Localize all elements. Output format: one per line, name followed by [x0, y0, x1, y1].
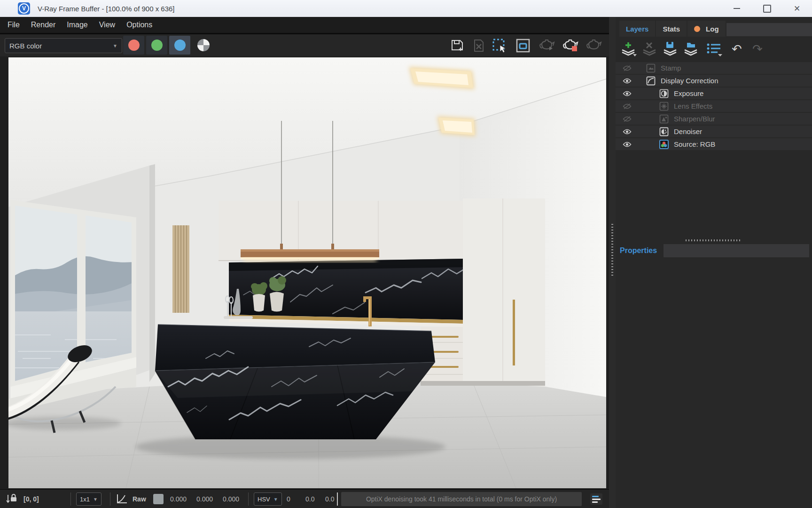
tab-strip-filler — [726, 23, 812, 36]
hsv-value-s: 0.0 — [305, 490, 314, 508]
render-viewport[interactable] — [0, 56, 609, 489]
layer-row-lens-effects[interactable]: Lens Effects — [616, 100, 812, 112]
load-layers-icon — [682, 40, 700, 57]
region-render-button[interactable] — [491, 37, 508, 54]
display-correction-layer-icon — [646, 76, 656, 86]
splitter-grip — [611, 224, 613, 276]
layer-options-icon — [705, 40, 724, 57]
save-icon — [450, 39, 464, 53]
splitter-grip — [686, 239, 742, 241]
channel-dropdown[interactable]: RGB color ▼ — [5, 38, 122, 53]
clear-image-button[interactable] — [470, 37, 488, 54]
layer-row-exposure[interactable]: Exposure — [616, 87, 812, 99]
lock-pixel-icon[interactable] — [6, 490, 17, 508]
track-mouse-icon — [515, 38, 531, 53]
hsv-value-v: 0.0 — [325, 490, 334, 508]
channel-dropdown-value: RGB color — [9, 42, 113, 50]
tab-layers[interactable]: Layers — [619, 21, 655, 37]
visibility-toggle[interactable] — [621, 141, 632, 148]
clear-image-icon — [472, 39, 486, 53]
panel-splitter[interactable] — [609, 17, 616, 508]
properties-splitter[interactable] — [616, 238, 812, 243]
layer-tree: Stamp Display Correction E — [616, 62, 812, 151]
render-last-button[interactable] — [538, 37, 555, 54]
chevron-down-icon: ▼ — [273, 497, 278, 502]
properties-section: Properties — [616, 244, 812, 258]
stop-render-button[interactable] — [585, 37, 602, 54]
visibility-toggle[interactable] — [621, 65, 632, 71]
stamp-layer-icon — [646, 63, 656, 73]
separator — [70, 492, 71, 506]
color-space-dropdown[interactable]: HSV▼ — [254, 490, 282, 508]
log-bar-icon — [592, 499, 601, 500]
red-channel-button[interactable] — [123, 36, 144, 55]
minimize-button[interactable] — [722, 0, 752, 17]
redo-button[interactable]: ↷ — [747, 40, 768, 58]
eye-visible-icon — [623, 78, 632, 84]
menu-image[interactable]: Image — [61, 21, 93, 29]
menu-view[interactable]: View — [94, 21, 121, 29]
load-layers-button[interactable] — [680, 40, 701, 58]
separator — [248, 492, 249, 506]
main-toolbar: RGB color ▼ — [0, 34, 609, 56]
start-render-button[interactable] — [561, 37, 579, 54]
eye-hidden-icon — [623, 116, 632, 122]
green-channel-button[interactable] — [146, 36, 167, 55]
delete-layer-button[interactable] — [639, 40, 660, 58]
log-bar-icon — [592, 496, 599, 497]
raw-label: Raw — [133, 490, 146, 508]
pixel-scale-dropdown[interactable]: 1x1▼ — [76, 490, 102, 508]
track-mouse-button[interactable] — [514, 37, 532, 54]
eye-hidden-icon — [623, 65, 632, 71]
sharpen-blur-layer-icon — [659, 114, 669, 124]
color-space-value: HSV — [258, 496, 270, 503]
status-bar: [0, 0] 1x1▼ Raw 0.000 0.000 0.000 HSV▼ 0… — [0, 489, 609, 508]
maximize-icon — [763, 5, 771, 13]
visibility-toggle[interactable] — [621, 78, 632, 84]
source-rgb-layer-icon — [659, 139, 669, 149]
blue-channel-button[interactable] — [169, 36, 190, 55]
visibility-toggle[interactable] — [621, 116, 632, 122]
log-notification-dot — [694, 26, 700, 32]
tab-log[interactable]: Log — [687, 21, 726, 37]
status-message: OptiX denoising took 41 milliseconds in … — [341, 492, 582, 506]
visibility-toggle[interactable] — [621, 103, 632, 110]
raw-value-g: 0.000 — [196, 490, 213, 508]
layers-panel: Layers Stats Log — [616, 17, 812, 508]
pixel-color-swatch — [153, 490, 164, 508]
denoiser-layer-icon — [659, 127, 669, 136]
visibility-toggle[interactable] — [621, 90, 632, 97]
eye-visible-icon — [623, 90, 632, 97]
layer-row-display-correction[interactable]: Display Correction — [616, 75, 812, 87]
close-button[interactable]: ✕ — [782, 0, 812, 17]
add-layer-button[interactable] — [618, 40, 639, 58]
redo-icon: ↷ — [752, 43, 763, 55]
properties-header: Properties — [620, 246, 657, 255]
separator — [337, 492, 338, 506]
menu-options[interactable]: Options — [121, 21, 158, 29]
panel-tabs: Layers Stats Log — [616, 20, 812, 37]
menu-file[interactable]: File — [2, 21, 25, 29]
layer-row-stamp[interactable]: Stamp — [616, 62, 812, 74]
log-bar-icon — [592, 501, 598, 503]
raw-value-b: 0.000 — [223, 490, 239, 508]
message-log-toggle[interactable] — [590, 493, 602, 505]
visibility-toggle[interactable] — [621, 128, 632, 135]
separator — [110, 492, 110, 506]
region-render-icon — [492, 38, 508, 54]
maximize-button[interactable] — [752, 0, 782, 17]
menu-render[interactable]: Render — [25, 21, 61, 29]
layer-row-source-rgb[interactable]: Source: RGB — [616, 138, 812, 150]
pixel-coords: [0, 0] — [23, 490, 39, 508]
layer-row-denoiser[interactable]: Denoiser — [616, 126, 812, 137]
undo-button[interactable]: ↶ — [726, 40, 747, 58]
alpha-checker-button[interactable] — [197, 39, 210, 51]
layer-options-button[interactable] — [704, 40, 725, 58]
tab-stats[interactable]: Stats — [656, 21, 687, 37]
curve-display-icon[interactable] — [116, 490, 128, 508]
save-layers-button[interactable] — [660, 40, 680, 58]
save-image-button[interactable] — [448, 37, 466, 54]
menu-bar: File Render Image View Options — [0, 17, 609, 34]
add-layer-icon — [620, 40, 638, 57]
layer-row-sharpen-blur[interactable]: Sharpen/Blur — [616, 113, 812, 125]
